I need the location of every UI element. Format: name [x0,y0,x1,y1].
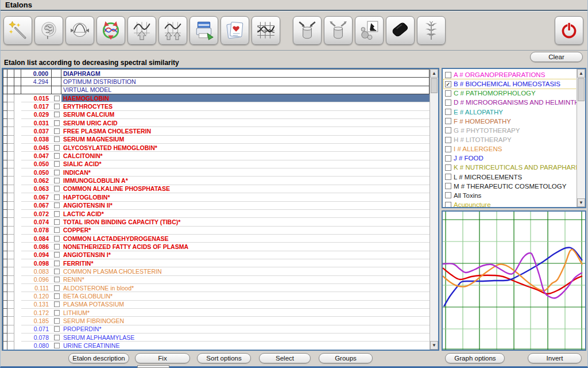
category-item[interactable]: D # MICROORGANISMS AND HELMINTHS [444,98,577,107]
etalon-checkbox[interactable] [54,318,60,324]
category-checkbox[interactable] [445,174,451,180]
etalon-checkbox[interactable] [54,186,60,191]
etalon-checkbox[interactable] [54,103,60,109]
etalon-checkbox[interactable] [54,161,60,167]
etalon-row[interactable]: 0.094 ANGIOTENSIN I* [3,251,430,259]
etalon-row[interactable]: 0.038 SERUM MAGNESIUM [3,136,430,144]
category-item[interactable]: M # THERAPEUTIC COSMETOLOGY [444,182,577,191]
analysis-button[interactable] [355,16,384,45]
category-scroll-thumb[interactable] [578,78,585,101]
etalon-row[interactable]: 0.067 HAPTOGLOBIN* [3,193,430,201]
brain-button[interactable] [34,16,63,45]
magic-wand-button[interactable] [3,16,32,45]
category-checkbox[interactable] [445,109,451,115]
category-item[interactable]: K # NUTRICEUTICALS AND PARAPHARMACEU [444,163,577,172]
etalon-checkbox[interactable] [54,343,60,348]
category-checkbox[interactable] [445,99,451,106]
etalon-row[interactable]: 0.120 BETA GLOBULIN* [3,292,430,300]
category-scroll-up-button[interactable]: ▲ [577,69,585,78]
category-checkbox[interactable] [445,202,451,207]
etalon-row[interactable]: 0.131 PLASMA POTASSIUM [3,301,430,309]
category-item[interactable]: H # LITOTHERAPY [444,135,577,144]
category-item[interactable]: I # ALLERGENS [444,144,577,154]
etalon-description-button[interactable]: Etalon description [68,353,129,363]
etalon-checkbox[interactable] [54,301,60,307]
etalon-row[interactable]: 0.072 LACTIC ACID* [3,210,430,218]
etalon-row[interactable]: 0.078 COPPER* [3,227,430,235]
etalon-row[interactable]: 0.084 COMMON LACTADEHYDROGENASE [3,235,430,243]
category-checkbox[interactable] [445,137,451,143]
etalon-checkbox[interactable] [54,145,60,151]
etalon-checkbox[interactable] [54,310,60,316]
etalon-checkbox[interactable] [54,95,60,101]
black-stone-button[interactable] [386,16,415,45]
category-checkbox[interactable] [445,90,451,97]
etalon-checkbox[interactable] [54,227,60,233]
scroll-down-button[interactable]: ▼ [430,341,438,350]
etalon-checkbox[interactable] [54,170,60,175]
etalon-row[interactable]: 0.096 RENIN* [3,276,430,284]
category-scroll-track[interactable] [577,102,585,198]
category-scrollbar[interactable]: ▲ ▼ [577,69,585,207]
category-checkbox[interactable] [445,164,451,171]
plant-button[interactable] [417,16,446,45]
category-checkbox[interactable] [445,183,451,189]
category-item[interactable]: All Toxins [444,191,577,200]
etalon-checkbox[interactable] [54,293,60,299]
etalon-row[interactable]: VIRTUAL MODEL [3,86,430,94]
etalon-checkbox[interactable] [54,194,60,200]
category-item[interactable]: Acupuncture [444,200,577,207]
graph-options-button[interactable]: Graph options [445,353,505,363]
etalon-row[interactable]: 0.098 FERRITIN* [3,259,430,267]
etalon-row[interactable]: 0.063 COMMON ALKALINE PHOSPHATASE [3,185,430,193]
etalon-row[interactable]: 0.050 INDICAN* [3,168,430,177]
category-checkbox[interactable] [445,118,451,124]
category-item[interactable]: A # ORGANOPREPARATIONS [444,70,577,79]
category-item[interactable]: C # PATHOMORPHOLOGY [444,89,577,98]
etalon-checkbox[interactable] [54,269,60,274]
etalon-row[interactable]: 0.050 SIALIC ACID* [3,160,430,168]
etalon-checkbox[interactable] [54,136,60,142]
etalon-row[interactable]: 0.031 SERUM URIC ACID [3,119,430,127]
category-checkbox[interactable]: ✓ [445,81,451,87]
etalon-row[interactable]: 0.071 PROPERDIN* [3,325,430,334]
etalon-row[interactable]: 0.080 URINE CREATININE [3,342,430,350]
category-checkbox[interactable] [445,155,451,162]
etalon-checkbox[interactable] [54,178,60,183]
scroll-thumb[interactable] [431,78,438,93]
groups-button[interactable]: Groups [319,353,373,363]
etalon-checkbox[interactable] [54,244,60,250]
etalon-checkbox[interactable] [54,120,60,126]
etalon-checkbox[interactable] [54,128,60,134]
etalon-row[interactable]: 0.029 SERUM CALCIUM [3,111,430,119]
clear-button[interactable]: Clear [530,52,583,62]
grid-chart-button[interactable] [252,16,280,45]
etalon-row[interactable]: 0.078 SERUM ALPHAAMYLASE [3,334,430,342]
exit-button[interactable] [555,16,583,45]
etalon-row[interactable]: 0.000 DIAPHRAGM [3,70,430,78]
etalon-row[interactable]: 0.083 COMMON PLASMA CHOLESTERIN [3,267,430,275]
etalon-row[interactable]: 0.015 HAEMOGLOBIN [3,94,430,102]
etalon-row[interactable]: 0.074 TOTAL IRON BINDING CAPACITY (TIBC)… [3,218,430,226]
category-item[interactable]: F # HOMEOPATHY [444,117,577,126]
etalon-checkbox[interactable] [54,211,60,217]
etalon-checkbox[interactable] [54,335,60,340]
etalon-checkbox[interactable] [54,326,60,332]
etalon-row[interactable]: 4.294 OPTIMUM DISTRIBUTION [3,78,430,86]
container-out-button[interactable] [324,16,353,45]
etalon-list-scrollbar[interactable]: ▲ ▼ [430,69,438,350]
scroll-up-button[interactable]: ▲ [430,69,438,78]
etalon-row[interactable]: 0.172 LITHIUM* [3,309,430,317]
etalon-row[interactable]: 0.111 ALDOSTERONE in blood* [3,284,430,292]
etalon-checkbox[interactable] [54,112,60,117]
etalon-checkbox[interactable] [54,219,60,225]
etalon-row[interactable]: 0.062 IMMUNOGLOBULIN A* [3,177,430,185]
spectrum-rosette-button[interactable] [96,16,125,45]
mesh-sphere-button[interactable] [65,16,94,45]
etalon-row[interactable]: 0.086 NONETHERIZED FATTY ACIDS OF PLASMA [3,243,430,251]
etalon-row[interactable]: 0.067 ANGIOTENSIN II* [3,202,430,210]
category-checkbox[interactable] [445,146,451,152]
card-index-button[interactable] [220,16,249,45]
etalon-checkbox[interactable] [54,260,60,266]
sort-options-button[interactable]: Sort options [197,353,251,363]
